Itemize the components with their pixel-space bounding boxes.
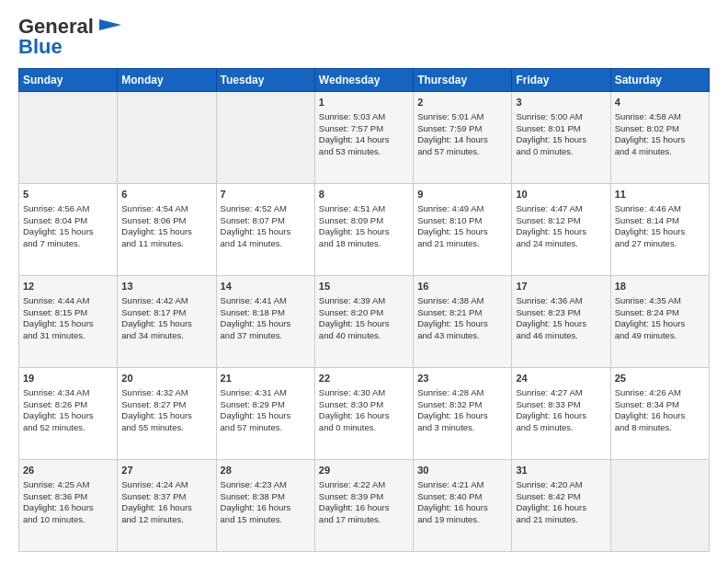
- day-info-line: Sunset: 8:01 PM: [516, 123, 606, 135]
- calendar-day-20: 20Sunrise: 4:32 AMSunset: 8:27 PMDayligh…: [118, 368, 216, 460]
- day-info-line: Sunset: 8:04 PM: [23, 215, 113, 227]
- day-number: 31: [516, 464, 606, 477]
- day-info-line: and 43 minutes.: [417, 330, 507, 342]
- calendar-empty-cell: [118, 92, 216, 184]
- day-number: 7: [221, 188, 311, 201]
- day-info-line: Sunrise: 4:54 AM: [121, 203, 211, 215]
- day-info-line: Sunrise: 4:58 AM: [615, 111, 705, 123]
- day-info-line: Sunset: 8:42 PM: [516, 491, 606, 503]
- day-info-line: Sunrise: 4:20 AM: [516, 479, 606, 491]
- calendar-day-30: 30Sunrise: 4:21 AMSunset: 8:40 PMDayligh…: [414, 460, 512, 552]
- day-info-line: and 3 minutes.: [417, 422, 507, 434]
- calendar-day-6: 6Sunrise: 4:54 AMSunset: 8:06 PMDaylight…: [118, 184, 216, 276]
- day-info-line: and 37 minutes.: [221, 330, 311, 342]
- calendar-week-row: 19Sunrise: 4:34 AMSunset: 8:26 PMDayligh…: [19, 368, 710, 460]
- day-info-line: Daylight: 16 hours: [417, 502, 507, 514]
- day-info-line: Sunrise: 4:21 AM: [417, 479, 507, 491]
- calendar-empty-cell: [610, 460, 709, 552]
- day-info-line: Sunrise: 4:36 AM: [516, 295, 606, 307]
- calendar-day-27: 27Sunrise: 4:24 AMSunset: 8:37 PMDayligh…: [118, 460, 216, 552]
- day-number: 2: [417, 96, 507, 109]
- day-number: 22: [319, 372, 409, 385]
- day-info-line: Sunset: 8:39 PM: [319, 491, 409, 503]
- day-number: 17: [516, 280, 606, 293]
- day-number: 19: [23, 372, 113, 385]
- day-info-line: Sunrise: 4:24 AM: [121, 479, 211, 491]
- day-number: 20: [121, 372, 211, 385]
- day-info-line: Sunrise: 4:32 AM: [121, 387, 211, 399]
- day-info-line: Sunrise: 4:22 AM: [319, 479, 409, 491]
- day-info-line: Sunrise: 4:49 AM: [417, 203, 507, 215]
- day-info-line: and 57 minutes.: [221, 422, 311, 434]
- day-info-line: Daylight: 14 hours: [417, 134, 507, 146]
- calendar-day-15: 15Sunrise: 4:39 AMSunset: 8:20 PMDayligh…: [314, 276, 413, 368]
- day-info-line: Daylight: 15 hours: [615, 134, 705, 146]
- day-info-line: Daylight: 16 hours: [319, 502, 409, 514]
- day-info-line: Sunset: 8:36 PM: [23, 491, 113, 503]
- day-info-line: Sunset: 8:29 PM: [221, 399, 311, 411]
- day-info-line: Sunrise: 4:52 AM: [221, 203, 311, 215]
- day-info-line: and 5 minutes.: [516, 422, 606, 434]
- day-info-line: Sunset: 8:27 PM: [121, 399, 211, 411]
- day-info-line: and 11 minutes.: [121, 238, 211, 250]
- day-info-line: and 8 minutes.: [615, 422, 705, 434]
- day-info-line: and 15 minutes.: [221, 514, 311, 526]
- calendar-week-row: 5Sunrise: 4:56 AMSunset: 8:04 PMDaylight…: [19, 184, 710, 276]
- day-info-line: Daylight: 16 hours: [121, 502, 211, 514]
- day-info-line: and 0 minutes.: [319, 422, 409, 434]
- day-number: 30: [417, 464, 507, 477]
- day-number: 13: [121, 280, 211, 293]
- day-number: 25: [615, 372, 705, 385]
- day-info-line: Daylight: 15 hours: [221, 318, 311, 330]
- calendar-day-21: 21Sunrise: 4:31 AMSunset: 8:29 PMDayligh…: [216, 368, 314, 460]
- day-info-line: Sunset: 8:17 PM: [121, 307, 211, 319]
- day-info-line: Daylight: 15 hours: [319, 318, 409, 330]
- day-info-line: Daylight: 15 hours: [319, 226, 409, 238]
- calendar-empty-cell: [216, 92, 314, 184]
- day-info-line: and 55 minutes.: [121, 422, 211, 434]
- day-header-tuesday: Tuesday: [216, 69, 314, 92]
- day-header-sunday: Sunday: [19, 69, 118, 92]
- day-info-line: Sunrise: 5:01 AM: [417, 111, 507, 123]
- day-info-line: Sunset: 8:02 PM: [615, 123, 705, 135]
- day-info-line: and 18 minutes.: [319, 238, 409, 250]
- calendar-day-12: 12Sunrise: 4:44 AMSunset: 8:15 PMDayligh…: [19, 276, 118, 368]
- logo-flag-icon: [96, 17, 121, 36]
- calendar-day-19: 19Sunrise: 4:34 AMSunset: 8:26 PMDayligh…: [19, 368, 118, 460]
- day-info-line: and 34 minutes.: [121, 330, 211, 342]
- day-info-line: and 17 minutes.: [319, 514, 409, 526]
- day-header-saturday: Saturday: [610, 69, 709, 92]
- day-info-line: Sunrise: 4:28 AM: [417, 387, 507, 399]
- header: General Blue: [18, 15, 710, 59]
- day-info-line: and 24 minutes.: [516, 238, 606, 250]
- day-info-line: and 46 minutes.: [516, 330, 606, 342]
- day-number: 26: [23, 464, 113, 477]
- day-number: 4: [615, 96, 705, 109]
- day-info-line: Daylight: 15 hours: [615, 318, 705, 330]
- day-number: 21: [221, 372, 311, 385]
- day-info-line: Sunset: 8:38 PM: [221, 491, 311, 503]
- calendar-week-row: 1Sunrise: 5:03 AMSunset: 7:57 PMDaylight…: [19, 92, 710, 184]
- day-info-line: Daylight: 15 hours: [121, 410, 211, 422]
- day-header-thursday: Thursday: [414, 69, 512, 92]
- day-number: 18: [615, 280, 705, 293]
- calendar-header-row: SundayMondayTuesdayWednesdayThursdayFrid…: [19, 69, 710, 92]
- day-info-line: and 53 minutes.: [319, 146, 409, 158]
- day-info-line: Sunset: 8:40 PM: [417, 491, 507, 503]
- day-info-line: and 27 minutes.: [615, 238, 705, 250]
- calendar-day-18: 18Sunrise: 4:35 AMSunset: 8:24 PMDayligh…: [610, 276, 709, 368]
- day-info-line: Sunrise: 4:23 AM: [221, 479, 311, 491]
- day-info-line: and 52 minutes.: [23, 422, 113, 434]
- day-info-line: Daylight: 15 hours: [516, 134, 606, 146]
- day-info-line: Sunset: 8:32 PM: [417, 399, 507, 411]
- calendar-day-7: 7Sunrise: 4:52 AMSunset: 8:07 PMDaylight…: [216, 184, 314, 276]
- page: General Blue SundayMondayTuesdayWednesda…: [0, 0, 728, 563]
- day-number: 28: [221, 464, 311, 477]
- day-info-line: Daylight: 16 hours: [516, 410, 606, 422]
- day-number: 15: [319, 280, 409, 293]
- day-info-line: Daylight: 16 hours: [221, 502, 311, 514]
- day-number: 11: [615, 188, 705, 201]
- day-number: 3: [516, 96, 606, 109]
- calendar-day-2: 2Sunrise: 5:01 AMSunset: 7:59 PMDaylight…: [414, 92, 512, 184]
- day-number: 8: [319, 188, 409, 201]
